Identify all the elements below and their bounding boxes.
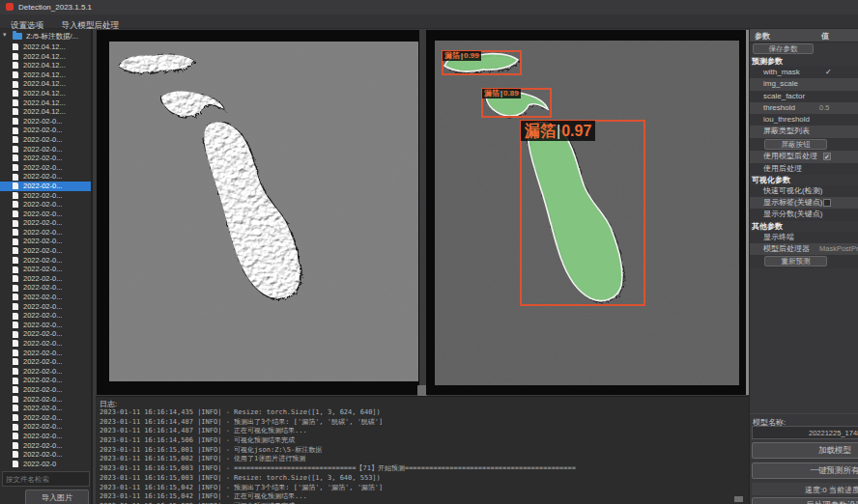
tree-file-item[interactable]: 2022-02-0 — [0, 460, 93, 469]
file-icon — [13, 368, 18, 375]
tree-file-item[interactable]: 2022-02-0... — [0, 274, 93, 284]
panel-splitter[interactable] — [419, 30, 426, 395]
param-row[interactable]: 显示标签(关键点) — [750, 197, 858, 209]
tree-file-item[interactable]: 2022-02-0... — [0, 339, 93, 349]
checkbox[interactable] — [823, 199, 831, 207]
tree-file-item[interactable]: 2022-02-0... — [0, 441, 93, 451]
tree-file-item[interactable]: 2022.04.12... — [0, 98, 93, 108]
tree-root-item[interactable]: ▾ Z:/5-标注数据/... — [0, 31, 93, 42]
file-icon — [13, 442, 18, 449]
tree-file-item[interactable]: 2022-02-0... — [0, 191, 93, 201]
load-model-button[interactable]: 加载模型 — [752, 442, 858, 459]
tree-file-item[interactable]: 2022-02-0... — [0, 283, 93, 293]
tree-file-item[interactable]: 2022-02-0... — [0, 385, 93, 395]
file-icon — [13, 340, 18, 347]
file-icon — [13, 210, 18, 217]
import-images-button[interactable]: 导入图片 — [25, 490, 89, 504]
file-list[interactable]: 2022.04.12...2022.04.12...2022.04.12...2… — [0, 42, 93, 471]
tree-file-item[interactable]: 2022-02-0... — [0, 256, 93, 266]
postprocess-settings-button[interactable]: 后处理参数设置 — [752, 497, 858, 504]
tree-file-item[interactable]: 2022-02-0... — [0, 200, 93, 210]
file-icon — [13, 127, 18, 134]
tree-file-item[interactable]: 2022-02-0... — [0, 321, 93, 330]
model-name-field[interactable]: 20221225_174813 — [752, 426, 858, 439]
log-line: 2023-01-11 16:16:15,001 |INFO| - 可视化json… — [100, 446, 749, 456]
tree-file-item[interactable]: 2022-02-0... — [0, 395, 93, 405]
tree-file-item[interactable]: 2022-02-0... — [0, 182, 93, 191]
param-action-button[interactable]: 重新预测 — [764, 256, 827, 266]
tree-file-item[interactable]: 2022-02-0... — [0, 349, 93, 358]
file-icon — [13, 358, 18, 365]
tree-file-item[interactable]: 2022.04.12... — [0, 42, 93, 52]
tree-file-item[interactable]: 2022-02-0... — [0, 376, 93, 385]
tree-file-item[interactable]: 2022-02-0... — [0, 404, 93, 413]
param-row[interactable]: 快速可视化(检测) — [750, 185, 858, 197]
log-scrollbar-thumb[interactable] — [734, 496, 743, 502]
file-icon — [13, 62, 18, 69]
detection-label: 漏箔|0.89 — [482, 89, 521, 98]
predict-all-button[interactable]: 一键预测所有 — [752, 462, 858, 479]
search-input[interactable] — [2, 471, 90, 487]
param-section-header: 预测参数 — [750, 56, 858, 67]
log-line: 2023-01-11 16:16:14,487 |INFO| - 预测出了3个结… — [100, 418, 749, 428]
tree-file-item[interactable]: 2022-02-0... — [0, 265, 93, 274]
tree-file-item[interactable]: 2022.04.12... — [0, 89, 93, 98]
tree-file-item[interactable]: 2022-02-0... — [0, 302, 93, 312]
tree-file-item[interactable]: 2022-02-0... — [0, 172, 93, 182]
param-row[interactable]: scale_factor — [750, 91, 858, 102]
file-icon — [13, 108, 18, 115]
tree-file-item[interactable]: 2022-02-0... — [0, 117, 93, 126]
param-action-button[interactable]: 屏蔽按钮 — [764, 139, 827, 150]
file-icon — [13, 81, 18, 88]
log-panel[interactable]: 日志: 2023-01-11 16:16:14,435 |INFO| - Res… — [96, 396, 749, 504]
file-icon — [13, 247, 18, 254]
file-icon — [13, 266, 18, 273]
param-row[interactable]: iou_threshold — [750, 114, 858, 126]
tree-file-item[interactable]: 2022-02-0... — [0, 163, 93, 173]
param-row[interactable]: 屏蔽类型列表 — [750, 126, 858, 137]
tree-file-item[interactable]: 2022-02-0... — [0, 126, 93, 135]
save-params-button[interactable]: 保存参数 — [753, 43, 814, 54]
param-row[interactable]: 模型后处理器MaskPostPro — [750, 243, 858, 255]
file-icon — [13, 99, 18, 106]
param-row[interactable]: 使用后处理 — [750, 163, 858, 175]
checkmark-icon: ✓ — [825, 67, 832, 78]
file-icon — [13, 424, 18, 431]
tree-file-item[interactable]: 2022-02-0... — [0, 450, 93, 460]
tree-file-item[interactable]: 2022-02-0... — [0, 367, 93, 377]
tree-file-item[interactable]: 2022.04.12... — [0, 61, 93, 70]
tree-file-item[interactable]: 2022-02-0... — [0, 237, 93, 246]
param-row[interactable]: with_mask✓ — [750, 67, 858, 78]
checkbox[interactable]: ✓ — [823, 153, 831, 160]
param-row[interactable]: img_scale — [750, 78, 858, 90]
param-row[interactable]: 使用模型后处理✓ — [750, 151, 858, 162]
chevron-down-icon[interactable]: ▾ — [3, 31, 7, 39]
tree-file-item[interactable]: 2022-02-0... — [0, 432, 93, 441]
tree-file-item[interactable]: 2022-02-0... — [0, 210, 93, 219]
tree-file-item[interactable]: 2022-02-0... — [0, 145, 93, 154]
file-tree-panel: ▾ Z:/5-标注数据/... 2022.04.12...2022.04.12.… — [0, 29, 93, 504]
window-title: Detection_2023.1.5.1 — [18, 3, 92, 12]
tree-file-item[interactable]: 2022-02-0... — [0, 422, 93, 432]
tree-file-item[interactable]: 2022-02-0... — [0, 357, 93, 367]
tree-file-item[interactable]: 2022-02-0... — [0, 218, 93, 228]
param-row[interactable]: 显示分数(关键点) — [750, 209, 858, 220]
tree-file-item[interactable]: 2022-02-0... — [0, 246, 93, 256]
tree-file-item[interactable]: 2022-02-0... — [0, 311, 93, 321]
file-icon — [13, 257, 18, 264]
tree-file-item[interactable]: 2022-02-0... — [0, 135, 93, 145]
tree-file-item[interactable]: 2022.04.12... — [0, 107, 93, 117]
detection-bbox: 漏箔|0.97 — [520, 120, 645, 306]
tree-file-item[interactable]: 2022.04.12... — [0, 70, 93, 80]
tree-file-item[interactable]: 2022.04.12... — [0, 79, 93, 89]
param-row[interactable]: 显示终端 — [750, 232, 858, 243]
tree-file-item[interactable]: 2022.04.12... — [0, 52, 93, 62]
tree-file-item[interactable]: 2022-02-0... — [0, 154, 93, 163]
tree-file-item[interactable]: 2022-02-0... — [0, 413, 93, 423]
tree-file-item[interactable]: 2022-02-0... — [0, 293, 93, 302]
tree-file-item[interactable]: 2022-02-0... — [0, 228, 93, 238]
param-row[interactable]: threshold0.5 — [750, 102, 858, 114]
log-line: 2023-01-11 16:16:15,002 |INFO| - 使用了1张图片… — [100, 455, 749, 464]
log-lines: 2023-01-11 16:16:14,435 |INFO| - Resize:… — [100, 408, 749, 504]
tree-file-item[interactable]: 2022-02-0... — [0, 329, 93, 339]
